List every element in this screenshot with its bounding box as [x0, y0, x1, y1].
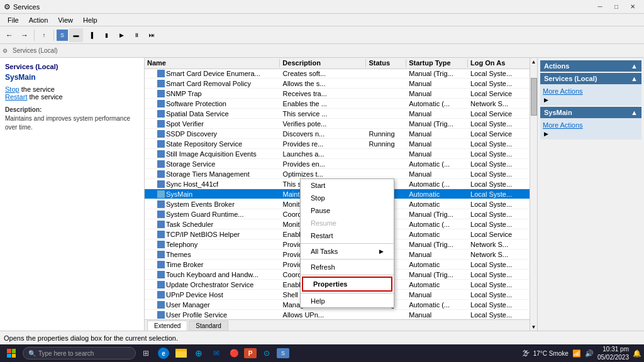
taskbar-app2[interactable]: ⊙	[259, 346, 274, 361]
row-logon: Local Syste...	[468, 261, 530, 268]
row-name: System Events Broker	[145, 200, 280, 208]
col-header-name[interactable]: Name	[145, 59, 280, 67]
row-logon: Local Service	[468, 231, 530, 238]
service-icon	[157, 251, 165, 258]
taskbar-task-view[interactable]: ⊞	[138, 346, 153, 361]
row-logon: Local Service	[468, 90, 530, 97]
services-local-label: Services (Local)	[5, 63, 139, 70]
table-row[interactable]: SNMP Trap Receives tra... Manual Local S…	[145, 89, 530, 99]
table-row[interactable]: Storage Tiers Management Optimizes t... …	[145, 169, 530, 179]
scrollbar[interactable]: ▲ ▼	[530, 58, 537, 331]
taskbar-services-running[interactable]: S	[277, 348, 289, 358]
stop-service-link[interactable]: Stop	[5, 85, 19, 93]
more-actions-link2[interactable]: More Actions	[543, 121, 639, 129]
volume-icon: 🔊	[585, 349, 594, 358]
services-table-area: Name Description Status Startup Type Log…	[145, 58, 530, 331]
ctx-stop[interactable]: Stop	[301, 192, 394, 204]
toolbar-back[interactable]: ←	[3, 28, 16, 42]
windows-start-button[interactable]	[3, 346, 20, 360]
menu-view[interactable]: View	[53, 15, 78, 25]
row-status: Running	[367, 140, 407, 148]
taskbar-edge[interactable]: e	[156, 346, 171, 361]
scroll-up[interactable]: ▲	[531, 58, 536, 65]
ctx-refresh[interactable]: Refresh	[301, 261, 394, 273]
services-local-header[interactable]: Services (Local) ▲	[540, 73, 641, 84]
menu-action[interactable]: Action	[24, 15, 53, 25]
toolbar-forward[interactable]: →	[18, 28, 31, 42]
taskbar-mail[interactable]: ✉	[209, 346, 224, 361]
address-text: Services (Local)	[13, 47, 58, 54]
ctx-start[interactable]: Start	[301, 179, 394, 192]
ctx-restart[interactable]: Restart	[301, 229, 394, 242]
sysmain-header[interactable]: SysMain ▲	[540, 107, 641, 118]
ctx-all-tasks[interactable]: All Tasks▶	[301, 245, 394, 258]
toolbar-show-hide[interactable]: S	[57, 30, 68, 41]
toolbar-btn6[interactable]: ⏭	[145, 28, 158, 42]
table-row[interactable]: Still Image Acquisition Events Launches …	[145, 149, 530, 159]
toolbar-btn5[interactable]: ⏸	[130, 28, 143, 42]
row-logon: Local Syste...	[468, 211, 530, 218]
sysmain-collapse: ▲	[631, 109, 638, 116]
row-name: User Manager	[145, 301, 280, 309]
notifications-icon[interactable]: 🔔	[633, 349, 641, 358]
table-row[interactable]: Storage Service Provides en... Automatic…	[145, 159, 530, 169]
row-logon: Network S...	[468, 251, 530, 258]
ctx-pause[interactable]: Pause	[301, 204, 394, 217]
row-startup: Manual	[406, 170, 468, 178]
taskbar-powerpoint[interactable]: P	[244, 348, 257, 358]
col-header-status[interactable]: Status	[366, 59, 406, 67]
scroll-down[interactable]: ▼	[531, 323, 536, 331]
row-name: Touch Keyboard and Handw...	[145, 271, 280, 278]
toolbar-btn3[interactable]: ▮	[99, 28, 113, 42]
menu-file[interactable]: File	[3, 15, 24, 25]
table-row[interactable]: SSDP Discovery Discovers n... Running Ma…	[145, 129, 530, 139]
row-startup: Manual	[406, 130, 468, 138]
taskbar: 🔍 Type here to search ⊞ e ⊕ ✉ 🔴 P ⊙ S 🌫 …	[0, 344, 644, 362]
row-name: TCP/IP NetBIOS Helper	[145, 231, 280, 238]
minimize-button[interactable]: ─	[592, 1, 608, 13]
toolbar-btn2[interactable]: ▐	[84, 28, 98, 42]
taskbar-app1[interactable]: 🔴	[226, 346, 242, 361]
table-row[interactable]: Smart Card Device Enumera... Creates sof…	[145, 69, 530, 79]
menu-help[interactable]: Help	[78, 15, 103, 25]
taskbar-clock[interactable]: 10:31 pm 05/02/2023	[597, 345, 629, 361]
row-name: SSDP Discovery	[145, 130, 280, 138]
ctx-help[interactable]: Help	[301, 295, 394, 307]
col-header-startup[interactable]: Startup Type	[406, 59, 468, 67]
table-row[interactable]: Software Protection Enables the ... Auto…	[145, 99, 530, 109]
table-row[interactable]: User Profile Service Allows UPn... Manua…	[145, 310, 530, 319]
table-row[interactable]: Spot Verifier Verifies pote... Manual (T…	[145, 119, 530, 129]
row-startup: Manual	[406, 80, 468, 87]
sysmain-title: SysMain	[544, 109, 572, 116]
row-logon: Local Syste...	[468, 70, 530, 77]
maximize-button[interactable]: □	[609, 1, 624, 13]
row-name: User Profile Service	[145, 311, 280, 319]
address-icon: ⚙	[3, 48, 8, 54]
restart-service-link[interactable]: Restart	[5, 93, 27, 101]
more-actions-link1[interactable]: More Actions	[543, 87, 639, 96]
table-row[interactable]: Smart Card Removal Policy Allows the s..…	[145, 79, 530, 89]
taskbar-file-explorer[interactable]	[174, 346, 189, 361]
taskbar-store[interactable]: ⊕	[191, 346, 206, 361]
col-header-desc[interactable]: Description	[280, 59, 366, 67]
ctx-properties[interactable]: Properties	[302, 277, 392, 292]
taskbar-search-box[interactable]: 🔍 Type here to search	[23, 347, 136, 359]
tab-extended[interactable]: Extended	[147, 321, 187, 331]
toolbar-up[interactable]: ↑	[37, 28, 51, 42]
service-icon	[157, 311, 165, 319]
row-startup: Manual	[406, 311, 468, 319]
scroll-thumb[interactable]	[531, 78, 537, 116]
close-button[interactable]: ✕	[625, 1, 640, 13]
table-row[interactable]: State Repository Service Provides re... …	[145, 139, 530, 149]
service-icon	[157, 70, 165, 77]
tab-standard[interactable]: Standard	[189, 321, 228, 331]
row-name: Software Protection	[145, 100, 280, 107]
row-logon: Local Syste...	[468, 281, 530, 288]
table-row[interactable]: Spatial Data Service This service ... Ma…	[145, 109, 530, 119]
toolbar-btn4[interactable]: ▶	[114, 28, 128, 42]
col-header-logon[interactable]: Log On As	[468, 59, 530, 67]
row-startup: Manual (Trig...	[406, 70, 468, 77]
app-icon: ⚙	[4, 3, 11, 11]
actions-header[interactable]: Actions ▲	[540, 60, 641, 72]
toolbar-btn1[interactable]: ▬	[69, 28, 83, 42]
